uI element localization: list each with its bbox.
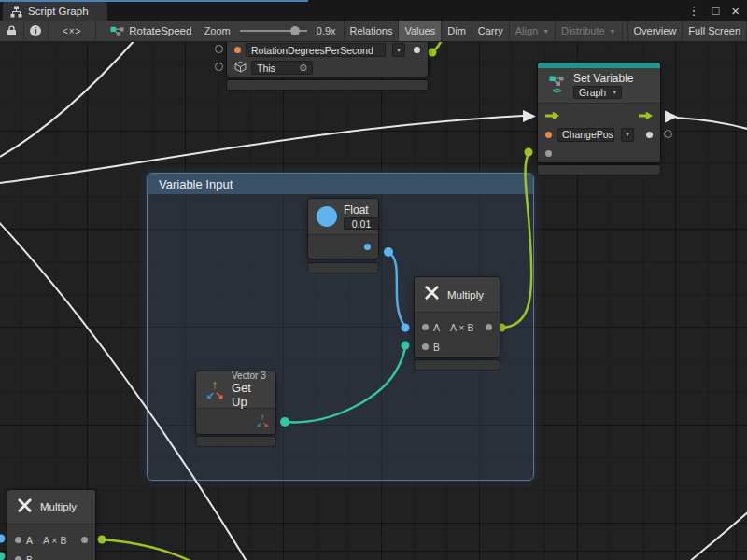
zoom-slider[interactable] [240,26,307,35]
lock-icon [7,25,17,36]
zoom-label: Zoom [204,25,231,36]
float-value-field[interactable]: 0.01 [344,217,379,230]
node-multiply-bottom[interactable]: Multiply A A × B B [7,490,95,560]
flow-input-port[interactable] [545,112,559,120]
code-toggle-icon: <×> [63,26,82,36]
port-a-label: A [433,322,440,333]
port-a-label: A [26,535,33,546]
port-result-label: A × B [450,322,473,333]
chevron-down-icon[interactable]: ▾ [621,128,634,142]
node-title: Multiply [447,289,484,301]
port-b-input[interactable] [15,556,21,560]
maximize-icon[interactable]: □ [712,4,719,18]
script-graph-icon [10,6,22,18]
toolbar-button-overview[interactable]: Overview [627,21,684,41]
graph-toolbar: i <×> RotateSpeed Zoom 0.9x Relations Va… [0,21,747,42]
multiply-x-icon [16,497,34,518]
code-view-button[interactable]: <×> [49,21,96,41]
port-a-input[interactable] [15,537,21,543]
toolbar-button-dim[interactable]: Dim [442,21,472,41]
toolbar-button-distribute[interactable]: Distribute▼ [556,21,622,41]
port-hollow-circle[interactable] [215,45,223,53]
toolbar-button-values[interactable]: Values [399,21,442,41]
port-hollow-circle[interactable] [215,63,223,71]
info-icon: i [30,25,41,36]
port-b-label: B [433,342,440,353]
node-title: Multiply [40,501,77,512]
target-field[interactable]: This ⊙ [251,61,313,75]
float-value: 0.01 [352,218,371,230]
node-vector3-get-up[interactable]: ↑ ↙↘ Vector 3 Get Up ↑ ↙↘ [196,371,275,434]
port-b-label: B [26,554,33,560]
tab-title: Script Graph [28,6,89,17]
port-result-output[interactable] [81,537,88,543]
node-float-footer [308,263,378,273]
node-set-variable-footer [538,165,660,175]
node-set-variable[interactable]: <> Set Variable Graph ▾ ChangePos ▾ [538,63,660,162]
node-title: Get Up [232,381,267,409]
tab-strip: Script Graph ⋮ □ × [0,0,747,21]
node-multiply[interactable]: Multiply A A × B B [415,277,500,357]
lock-button[interactable] [0,21,24,41]
flow-output-port[interactable] [639,112,653,120]
port-b-input[interactable] [422,343,429,350]
tab-script-graph[interactable]: Script Graph [3,2,107,21]
toolbar-button-carry[interactable]: Carry [472,21,510,41]
scope-dropdown[interactable]: Graph ▾ [573,86,622,99]
group-title: Variable Input [159,177,233,191]
variable-name-dropdown[interactable]: ChangePos [557,128,614,142]
variable-name-dropdown[interactable]: RotationDegreesPerSecond [246,43,386,57]
chevron-down-icon: ▼ [543,28,549,35]
node-get-variable-footer [227,80,428,90]
port-variable-name-input[interactable] [234,47,241,53]
variable-name-value: RotationDegreesPerSecond [251,45,374,56]
node-multiply-footer [415,360,500,370]
toolbar-button-align[interactable]: Align▼ [510,21,556,41]
port-result-label: A × B [43,535,66,546]
gameobject-cube-icon [234,61,247,75]
chevron-down-icon: ▼ [610,28,616,35]
port-new-value-input[interactable] [545,150,552,157]
vector3-axes-icon: ↑ ↙↘ [204,381,225,399]
set-variable-graph-icon: <> [546,76,567,95]
port-hollow-circle[interactable] [664,130,672,138]
float-type-icon [317,206,337,227]
graph-breadcrumb[interactable]: RotateSpeed [96,21,192,41]
graph-name: RotateSpeed [129,25,191,36]
node-vector3-footer [196,437,275,446]
inspect-button[interactable]: i [24,21,49,41]
chevron-down-icon[interactable]: ▾ [392,43,405,57]
node-title: Float [344,203,379,217]
graph-icon [110,26,124,36]
port-variable-name-input[interactable] [545,132,552,138]
node-type-label: Vector 3 [232,371,267,381]
code-brackets-icon: <> [553,86,561,95]
variable-name-value: ChangePos [562,129,613,140]
chevron-down-icon: ▾ [613,89,616,96]
port-a-input[interactable] [422,324,429,330]
node-title: Set Variable [573,72,633,85]
port-value-output[interactable] [646,132,653,138]
port-float-output[interactable] [364,244,371,250]
script-graph-window: Variable Input Rota [0,0,747,560]
port-value-output[interactable] [414,47,420,53]
zoom-value: 0.9x [317,25,336,36]
port-result-output[interactable] [486,324,492,330]
multiply-x-icon [423,284,441,305]
scope-value: Graph [579,87,606,98]
port-vector3-output[interactable]: ↑ ↙↘ [257,414,268,427]
group-header[interactable]: Variable Input [148,174,533,194]
toolbar-button-relations[interactable]: Relations [344,21,400,41]
window-menu-icon[interactable]: ⋮ [687,4,699,18]
close-icon[interactable]: × [731,3,740,19]
target-picker-icon[interactable]: ⊙ [300,63,307,73]
node-float-literal[interactable]: Float 0.01 [308,199,378,259]
zoom-slider-handle[interactable] [290,26,300,35]
target-value: This [257,63,275,74]
toolbar-button-full-screen[interactable]: Full Screen [683,21,747,41]
